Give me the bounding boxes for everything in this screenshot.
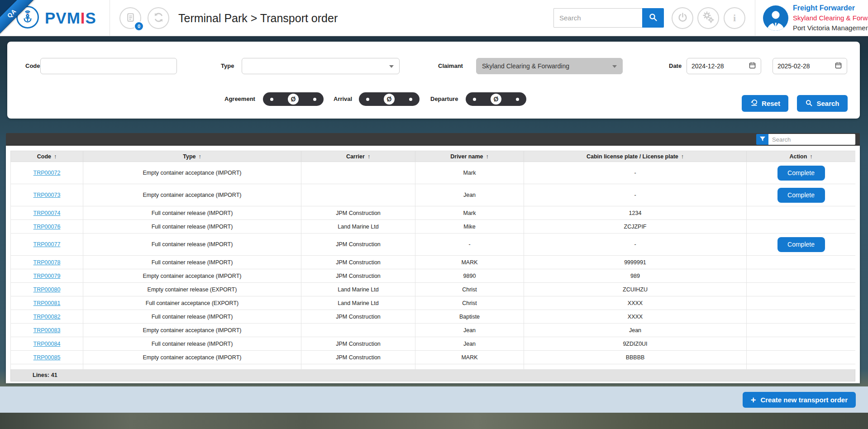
complete-button[interactable]: Complete (777, 166, 825, 181)
order-code-link[interactable]: TRP00082 (33, 314, 61, 320)
app-name: PVMIS (45, 0, 96, 36)
table-scroll-area[interactable]: Code↑Type↑Carrier↑Driver name↑Cabin lice… (10, 151, 855, 369)
logo-letter-i: I (81, 9, 86, 27)
type-label: Type (221, 58, 234, 74)
order-code-link[interactable]: TRP00079 (33, 273, 61, 279)
order-code-link[interactable]: TRP00084 (33, 341, 61, 347)
table-row: TRP00083Empty container acceptance (IMPO… (11, 324, 856, 337)
order-code-link[interactable]: TRP00072 (33, 170, 61, 176)
type-cell: Empty container acceptance (IMPORT) (83, 324, 301, 337)
carrier-cell: Land Marine Ltd (301, 283, 415, 296)
order-code-link[interactable]: TRP00081 (33, 300, 61, 306)
empty-cell (747, 364, 856, 370)
driver-name-cell: Christ (415, 296, 524, 310)
table-row-clipped (11, 364, 856, 370)
bottom-action-bar: + Create new transport order (0, 386, 868, 413)
carrier-cell: JPM Construction (301, 351, 415, 364)
reset-button-label: Reset (762, 100, 780, 107)
search-button-label: Search (816, 100, 839, 107)
order-code-link[interactable]: TRP00083 (33, 327, 61, 334)
table-body: TRP00072Empty container acceptance (IMPO… (11, 162, 856, 370)
driver-name-cell: Christ (415, 283, 524, 296)
complete-button[interactable]: Complete (777, 237, 825, 252)
action-cell (747, 351, 856, 364)
table-row: TRP00072Empty container acceptance (IMPO… (11, 162, 856, 184)
agreement-label: Agreement (224, 92, 255, 106)
license-plate-cell: XXXX (524, 296, 747, 310)
order-code-link[interactable]: TRP00074 (33, 210, 61, 216)
carrier-cell (301, 162, 415, 184)
order-code-link[interactable]: TRP00076 (33, 224, 61, 230)
column-header-carrier[interactable]: Carrier↑ (301, 151, 415, 162)
arrival-toggle[interactable]: Ø (359, 92, 420, 106)
column-header-action[interactable]: Action↑ (747, 151, 856, 162)
order-code-link[interactable]: TRP00077 (33, 241, 61, 248)
settings-button[interactable] (697, 7, 719, 29)
lines-count: 41 (51, 372, 57, 378)
carrier-cell: JPM Construction (301, 310, 415, 324)
order-code-link[interactable]: TRP00078 (33, 259, 61, 266)
license-plate-cell: ZCJZPIF (524, 220, 747, 234)
refresh-button[interactable] (148, 7, 169, 29)
type-cell: Full container release (IMPORT) (83, 220, 301, 234)
action-cell (747, 310, 856, 324)
sort-ascending-icon: ↑ (810, 153, 812, 160)
code-cell: TRP00082 (11, 310, 83, 324)
agreement-toggle[interactable]: Ø (263, 92, 324, 106)
departure-toggle[interactable]: Ø (466, 92, 526, 106)
user-role: Freight Forwarder (793, 3, 868, 13)
table-container: Code↑Type↑Carrier↑Driver name↑Cabin lice… (6, 146, 860, 383)
driver-name-cell: Jean (415, 337, 524, 351)
type-select[interactable] (242, 58, 400, 74)
carrier-cell: JPM Construction (301, 269, 415, 283)
create-transport-order-button[interactable]: + Create new transport order (743, 392, 856, 408)
user-info[interactable]: Freight Forwarder Skyland Clearing & For… (793, 3, 868, 34)
empty-cell (83, 364, 301, 370)
type-cell: Empty container acceptance (IMPORT) (83, 184, 301, 206)
info-button[interactable]: i (724, 7, 745, 29)
order-code-link[interactable]: TRP00073 (33, 192, 61, 198)
calendar-icon (749, 62, 756, 71)
type-cell: Full container release (IMPORT) (83, 206, 301, 220)
toggle-off-dot (270, 98, 273, 101)
logout-button[interactable] (672, 7, 693, 29)
filter-search-button[interactable]: Search (797, 95, 848, 112)
logo-letter-s: S (86, 9, 96, 27)
global-search-button[interactable] (642, 8, 664, 28)
column-header-code[interactable]: Code↑ (11, 151, 83, 162)
reset-button[interactable]: Reset (742, 95, 788, 112)
code-cell: TRP00084 (11, 337, 83, 351)
user-avatar[interactable] (763, 5, 788, 31)
date-to-input[interactable]: 2025-02-28 (773, 58, 847, 74)
table-row: TRP00080Empty container release (EXPORT)… (11, 283, 856, 296)
departure-label: Departure (430, 92, 458, 106)
action-cell (747, 283, 856, 296)
global-search-input[interactable] (553, 8, 642, 28)
table-row: TRP00078Full container release (IMPORT)J… (11, 256, 856, 269)
code-input[interactable] (40, 58, 177, 74)
column-filter-button[interactable] (756, 134, 768, 145)
column-header-type[interactable]: Type↑ (83, 151, 301, 162)
column-header-driver-name[interactable]: Driver name↑ (415, 151, 524, 162)
date-from-input[interactable]: 2024-12-28 (687, 58, 761, 74)
code-cell: TRP00083 (11, 324, 83, 337)
search-icon (805, 99, 813, 108)
order-code-link[interactable]: TRP00080 (33, 286, 61, 293)
carrier-cell: Land Marine Ltd (301, 296, 415, 310)
complete-button[interactable]: Complete (777, 188, 825, 203)
column-header-cabin-license-plate-license-plate[interactable]: Cabin license plate / License plate↑ (524, 151, 747, 162)
sort-ascending-icon: ↑ (54, 153, 57, 160)
table-search-input[interactable] (768, 134, 855, 145)
table-row: TRP00082Full container release (IMPORT)J… (11, 310, 856, 324)
table-head-row: Code↑Type↑Carrier↑Driver name↑Cabin lice… (11, 151, 856, 162)
empty-cell (301, 364, 415, 370)
toggle-null-knob: Ø (288, 94, 299, 105)
action-cell: Complete (747, 162, 856, 184)
type-cell: Empty container release (EXPORT) (83, 283, 301, 296)
header-divider-2 (755, 0, 755, 36)
order-code-link[interactable]: TRP00085 (33, 354, 61, 361)
code-cell: TRP00085 (11, 351, 83, 364)
chevron-down-icon (389, 65, 394, 68)
code-cell: TRP00078 (11, 256, 83, 269)
filter-panel: Code Type Claimant Skyland Clearing & Fo… (7, 42, 860, 119)
